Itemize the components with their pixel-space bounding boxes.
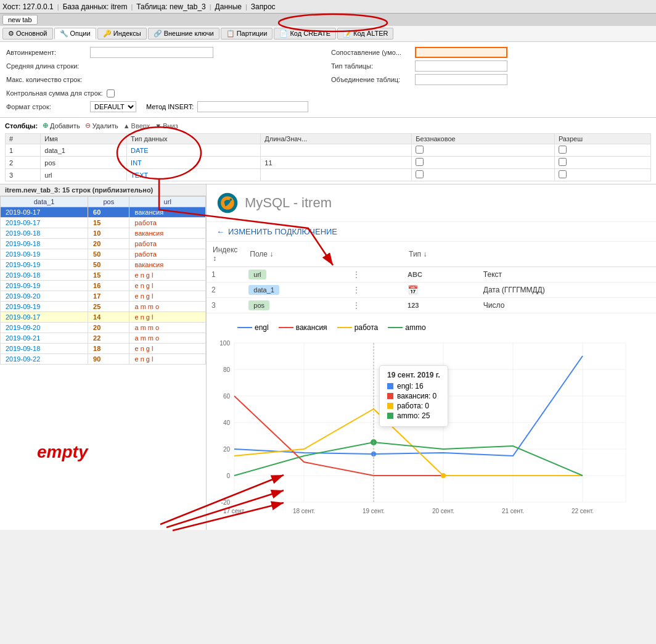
vacancy-legend-dot (279, 327, 293, 328)
table-type-input[interactable]: InnoDB (415, 60, 507, 72)
tooltip-engl: engl: 16 (387, 382, 440, 390)
tooltip-vacancy: вакансия: 0 (387, 392, 440, 400)
table-row: 2019-09-20 20 a m m o (1, 323, 206, 333)
tab-main[interactable]: ⚙ Основной (2, 28, 53, 39)
tooltip-work-color (387, 403, 393, 409)
move-up-btn[interactable]: ▲ Вверх (123, 122, 150, 130)
tab-partitions[interactable]: 📋 Партиции (221, 28, 273, 39)
data-panel: itrem.new_tab_3: 15 строк (приблизительн… (0, 184, 207, 530)
col-header-type: Тип данных (127, 134, 261, 144)
svg-text:100: 100 (219, 340, 230, 347)
mysql-header: MySQL - itrem (207, 184, 656, 222)
tab-alter-code[interactable]: 📝 Код ALTER (337, 28, 393, 39)
idx-header-extra (478, 242, 656, 267)
union-label: Объединение таблиц: (331, 76, 411, 83)
tooltip-ammo-color (387, 413, 393, 419)
row-format-label: Формат строк: (6, 103, 86, 110)
tab-new[interactable]: new tab (2, 15, 38, 25)
table-type-label: Тип таблицы: (331, 62, 411, 70)
host-label: Хост: 127.0.0.1 (2, 2, 54, 11)
vacancy-legend-label: вакансия (296, 323, 327, 332)
svg-text:20: 20 (223, 446, 231, 453)
top-bar: Хост: 127.0.0.1 | База данных: itrem | Т… (0, 0, 656, 14)
move-down-btn[interactable]: ▼ Вниз (155, 122, 178, 130)
svg-point-31 (441, 473, 446, 478)
legend-engl: engl (237, 323, 269, 332)
table-label: Таблица: new_tab_3 (136, 2, 205, 11)
db-label: База данных: itrem (63, 2, 128, 11)
chart-area: engl вакансия работа ammo (207, 318, 656, 530)
chart-tooltip: 19 сент. 2019 г. engl: 16 вакансия: 0 ра… (379, 365, 448, 427)
list-item: 1 url ⋮ ABC Текст (207, 267, 656, 283)
mysql-title: MySQL - itrem (245, 195, 332, 211)
tab-foreign-keys[interactable]: 🔗 Внешние ключи (148, 28, 219, 39)
table-row: 2019-09-19 25 a m m o (1, 302, 206, 312)
work-legend-dot (337, 327, 352, 328)
union-input[interactable] (415, 74, 507, 85)
collation-input[interactable]: utf8_general_ci (415, 47, 507, 58)
col-header-unsigned: Беззнаковое (412, 134, 555, 144)
data-col-pos[interactable]: pos (88, 197, 129, 207)
data-col-date[interactable]: data_1 (1, 197, 88, 207)
menu-query[interactable]: Запрос (251, 2, 276, 11)
insert-method-input[interactable] (197, 101, 308, 112)
remove-column-btn[interactable]: ⊖ Удалить (85, 122, 118, 130)
svg-text:-20: -20 (221, 499, 231, 506)
index-table: Индекс ↕ Поле ↓ Тип ↓ 1 url ⋮ ABC Текст … (207, 242, 656, 313)
col-header-name: Имя (41, 134, 127, 144)
tooltip-work-value: работа: 0 (397, 402, 429, 410)
table-row: 2019-09-19 50 работа (1, 249, 206, 260)
menu-data[interactable]: Данные (215, 2, 242, 11)
col-header-num: # (6, 134, 41, 144)
add-column-btn[interactable]: ⊕ Добавить (43, 122, 80, 130)
options-form: Автоинкремент: Средняя длина строки: Мак… (0, 42, 656, 118)
autoincrement-input[interactable] (90, 47, 213, 58)
checksum-checkbox[interactable] (107, 89, 115, 97)
autoincrement-label: Автоинкремент: (6, 49, 86, 56)
list-item: 2 data_1 ⋮ 📅 Дата (ГГГГММДД) (207, 283, 656, 298)
data-col-url[interactable]: url (129, 197, 206, 207)
tooltip-ammo: ammo: 25 (387, 411, 440, 420)
engl-legend-label: engl (255, 323, 269, 332)
table-row: 2019-09-19 50 вакансия (1, 260, 206, 270)
minus-icon: ⊖ (85, 122, 91, 130)
row-format-select[interactable]: DEFAULT (90, 101, 136, 112)
tab-create-code[interactable]: 📄 Код CREATE (274, 28, 336, 39)
mysql-logo-icon (216, 192, 239, 214)
remove-label: Удалить (92, 122, 118, 130)
idx-header-action (345, 242, 403, 267)
max-rows-label: Макс. количество строк: (6, 76, 86, 83)
columns-section: Столбцы: ⊕ Добавить ⊖ Удалить ▲ Вверх ▼ … (0, 118, 656, 184)
tooltip-ammo-value: ammo: 25 (397, 411, 430, 420)
svg-text:21 сент.: 21 сент. (502, 508, 524, 514)
change-connection-btn[interactable]: ← ИЗМЕНИТЬ ПОДКЛЮЧЕНИЕ (207, 222, 656, 242)
table-row: 2019-09-18 20 работа (1, 239, 206, 249)
list-item: 3 pos ⋮ 123 Число (207, 298, 656, 313)
idx-header-index: Индекс ↕ (207, 242, 244, 267)
table-row: 2019-09-17 15 работа (1, 218, 206, 228)
chart-legend: engl вакансия работа ammo (213, 318, 650, 334)
svg-text:18 сент.: 18 сент. (293, 508, 315, 514)
table-row: 2019-09-18 10 вакансия (1, 228, 206, 239)
svg-point-2 (230, 199, 232, 201)
collation-label: Сопоставление (умо... (331, 49, 411, 56)
checksum-label: Контрольная сумма для строк: (6, 89, 103, 97)
table-row: 2019-09-18 18 e n g l (1, 344, 206, 354)
tab-indexes[interactable]: 🔑 Индексы (97, 28, 147, 39)
work-legend-label: работа (355, 323, 379, 332)
table-row: 2019-09-22 90 e n g l (1, 354, 206, 365)
table-row: 2019-09-18 15 e n g l (1, 270, 206, 281)
table-row: 2019-09-19 16 e n g l (1, 281, 206, 291)
tab-options[interactable]: 🔧 Опции (54, 28, 96, 39)
tooltip-date: 19 сент. 2019 г. (387, 371, 440, 379)
tooltip-engl-color (387, 383, 393, 389)
main-toolbar: ⚙ Основной 🔧 Опции 🔑 Индексы 🔗 Внешние к… (0, 26, 656, 42)
ammo-legend-label: ammo (405, 323, 425, 332)
legend-ammo: ammo (388, 323, 425, 332)
change-conn-label: ИЗМЕНИТЬ ПОДКЛЮЧЕНИЕ (228, 227, 337, 236)
columns-title: Столбцы: (5, 122, 38, 130)
chart-container: 100 80 60 40 20 0 -20 (213, 334, 650, 527)
idx-header-type: Тип ↓ (403, 242, 478, 267)
empty-label: empty (37, 442, 88, 462)
line-chart: 100 80 60 40 20 0 -20 (213, 334, 632, 526)
